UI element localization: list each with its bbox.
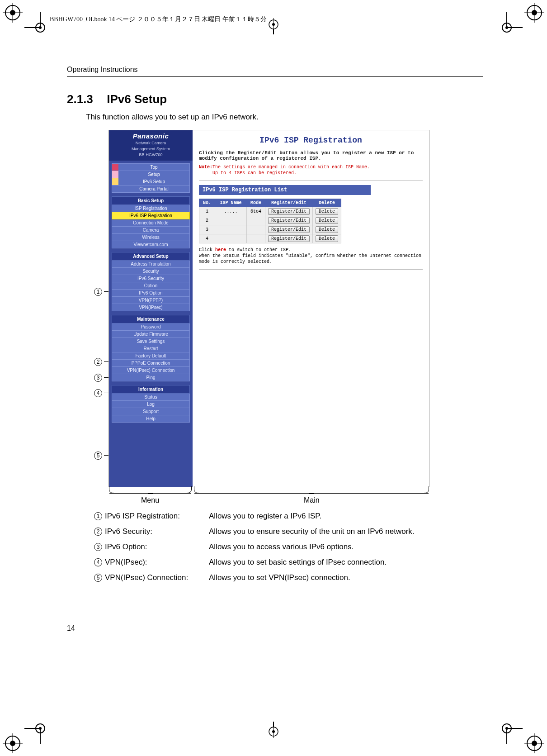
- registration-mark-icon: [3, 3, 23, 23]
- brand-sub: BB-HGW700: [109, 152, 193, 157]
- legend-term: VPN(IPsec) Connection:: [105, 573, 209, 582]
- separator: [199, 180, 423, 181]
- cell-mode: [247, 225, 265, 234]
- note-text: The settings are managed in connection w…: [212, 165, 370, 170]
- book-header: BBHGW700_OI.book 14 ページ ２００５年１月２７日 木曜日 午…: [50, 15, 267, 24]
- nav-pppoe-connection[interactable]: PPPoE Connection: [112, 360, 190, 367]
- nav-password[interactable]: Password: [112, 323, 190, 331]
- cell-isp-name: [215, 234, 247, 243]
- brace-row: Menu Main: [108, 487, 429, 505]
- nav-group-information: Information: [112, 385, 190, 394]
- legend-term: VPN(IPsec):: [105, 558, 209, 567]
- section-heading: 2.1.3 IPv6 Setup: [67, 92, 483, 106]
- delete-button[interactable]: Delete: [316, 226, 338, 233]
- legend-num: 5: [94, 574, 102, 582]
- nav-update-firmware[interactable]: Update Firmware: [112, 331, 190, 338]
- delete-button[interactable]: Delete: [316, 235, 338, 242]
- nav-group-maintenance: Maintenance: [112, 315, 190, 323]
- here-link[interactable]: here: [215, 247, 226, 252]
- legend-num: 3: [94, 543, 102, 551]
- nav-wireless[interactable]: Wireless: [112, 234, 190, 241]
- callout-3: 3: [94, 374, 102, 382]
- nav-vpn-ipsec[interactable]: VPN(IPsec): [112, 304, 190, 311]
- note-label: Note:: [199, 165, 212, 170]
- nav-vpn-ipsec-connection[interactable]: VPN(IPsec) Connection: [112, 367, 190, 374]
- register-edit-button[interactable]: Register/Edit: [268, 208, 310, 215]
- legend-row: 2 IPv6 Security: Allows you to ensure se…: [94, 527, 483, 536]
- register-edit-button[interactable]: Register/Edit: [268, 235, 310, 242]
- nav-group-advanced-setup: Advanced Setup: [112, 252, 190, 261]
- embedded-screenshot: Panasonic Network Camera Management Syst…: [108, 130, 429, 487]
- nav-security[interactable]: Security: [112, 268, 190, 275]
- cell-isp-name: .....: [215, 207, 247, 216]
- footnote-rest: to switch to other ISP.: [226, 247, 291, 252]
- nav-camera-portal[interactable]: Camera Portal: [118, 185, 189, 192]
- legend-row: 5 VPN(IPsec) Connection: Allows you to s…: [94, 573, 483, 582]
- cell-mode: [247, 216, 265, 225]
- svg-point-23: [272, 730, 275, 733]
- nav-status[interactable]: Status: [112, 394, 190, 401]
- legend-desc: Allows you to ensure security of the uni…: [209, 527, 483, 536]
- cell-isp-name: [215, 216, 247, 225]
- legend-num: 4: [94, 558, 102, 566]
- cell-mode: 6to4: [247, 207, 265, 216]
- brace-label-menu: Menu: [141, 496, 159, 504]
- legend-row: 1 IPv6 ISP Registration: Allows you to r…: [94, 512, 483, 521]
- nav-viewnetcam[interactable]: Viewnetcam.com: [112, 241, 190, 248]
- registration-mark-icon: [524, 3, 544, 23]
- nav-top[interactable]: Top: [118, 164, 189, 171]
- footnote-prefix: Click: [199, 247, 215, 252]
- nav-group-basic-setup: Basic Setup: [112, 196, 190, 205]
- cell-no: 4: [199, 234, 215, 243]
- nav-restart[interactable]: Restart: [112, 345, 190, 352]
- legend-row: 3 IPv6 Option: Allows you to access vari…: [94, 542, 483, 552]
- registration-mark-icon: [524, 733, 544, 753]
- center-mark-icon: [264, 18, 283, 34]
- note-line: Up to 4 ISPs can be registered.: [199, 171, 423, 176]
- nav-log[interactable]: Log: [112, 401, 190, 408]
- isp-registration-table: No. ISP Name Mode Register/Edit Delete 1…: [199, 199, 341, 243]
- nav-ipv6-setup[interactable]: IPv6 Setup: [118, 178, 189, 185]
- nav-factory-default[interactable]: Factory Default: [112, 352, 190, 360]
- callout-5: 5: [94, 452, 102, 460]
- callout-4: 4: [94, 389, 102, 397]
- svg-point-18: [272, 23, 275, 26]
- th-isp-name: ISP Name: [215, 199, 247, 207]
- register-edit-button[interactable]: Register/Edit: [268, 217, 310, 224]
- delete-button[interactable]: Delete: [316, 208, 338, 215]
- cell-no: 2: [199, 216, 215, 225]
- nav-setup[interactable]: Setup: [118, 171, 189, 178]
- cell-isp-name: [215, 225, 247, 234]
- nav-address-translation[interactable]: Address Translation: [112, 261, 190, 268]
- callout-2: 2: [94, 358, 102, 366]
- nav-option[interactable]: Option: [112, 282, 190, 290]
- nav-vpn-pptp[interactable]: VPN(PPTP): [112, 297, 190, 304]
- nav-ipv6-option[interactable]: IPv6 Option: [112, 290, 190, 297]
- nav-help[interactable]: Help: [112, 415, 190, 423]
- nav-ipv6-isp-registration[interactable]: IPv6 ISP Registration: [112, 212, 190, 219]
- th-register-edit: Register/Edit: [265, 199, 313, 207]
- brand-logo: Panasonic: [109, 132, 193, 140]
- section-title: IPv6 Setup: [107, 92, 167, 106]
- table-row: 3 Register/Edit Delete: [199, 225, 341, 234]
- main-title: IPv6 ISP Registration: [199, 136, 423, 145]
- register-edit-button[interactable]: Register/Edit: [268, 226, 310, 233]
- nav-ipv6-security[interactable]: IPv6 Security: [112, 275, 190, 282]
- running-head: Operating Instructions: [67, 66, 483, 77]
- isp-list-title: IPv6 ISP Registration List: [199, 185, 371, 195]
- nav-ping[interactable]: Ping: [112, 374, 190, 381]
- brace-main: [194, 487, 429, 494]
- delete-button[interactable]: Delete: [316, 217, 338, 224]
- cell-no: 1: [199, 207, 215, 216]
- nav-isp-registration[interactable]: ISP Registration: [112, 205, 190, 212]
- nav-connection-mode[interactable]: Connection Mode: [112, 219, 190, 227]
- nav-save-settings[interactable]: Save Settings: [112, 338, 190, 345]
- nav-top-block: Top Setup IPv6 Setup Camera Portal: [112, 163, 190, 193]
- th-mode: Mode: [247, 199, 265, 207]
- section-number: 2.1.3: [67, 92, 93, 106]
- nav-camera[interactable]: Camera: [112, 227, 190, 234]
- table-row: 1 ..... 6to4 Register/Edit Delete: [199, 207, 341, 216]
- registration-mark-icon: [3, 733, 23, 753]
- nav-support[interactable]: Support: [112, 408, 190, 415]
- separator: [199, 269, 423, 270]
